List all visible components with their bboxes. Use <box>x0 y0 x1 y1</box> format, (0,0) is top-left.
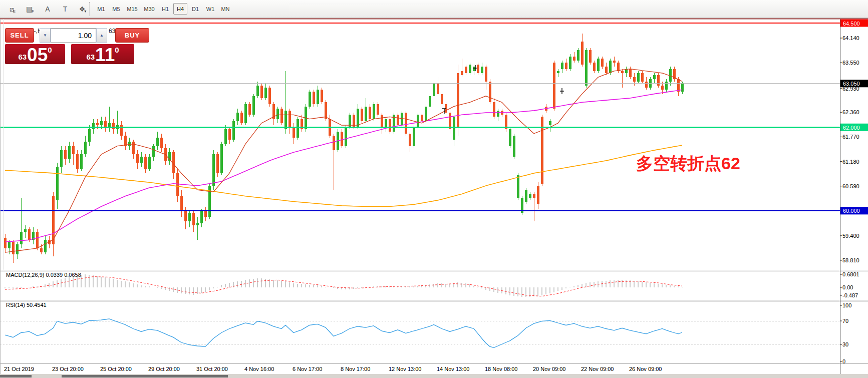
candle <box>441 92 443 106</box>
buy-price-tile[interactable]: 63110 <box>71 44 134 64</box>
sell-button[interactable]: SELL <box>5 28 34 43</box>
price-scale-label: 64.140 <box>842 35 859 41</box>
price-badge-text: 60.000 <box>843 208 860 214</box>
candle <box>513 134 515 159</box>
equidistant-channel-icon[interactable]: ⧄E <box>6 3 19 16</box>
candle <box>377 102 379 117</box>
axis-date-label: 14 Nov 13:00 <box>437 366 469 372</box>
axis-date-label: 6 Nov 17:00 <box>293 366 322 372</box>
scrollbar-segment[interactable] <box>0 375 32 377</box>
candle <box>361 107 363 123</box>
buy-button[interactable]: BUY <box>115 28 149 43</box>
sell-price-tile[interactable]: 63050 <box>5 44 65 64</box>
candle <box>597 57 600 73</box>
timeframe-d1[interactable]: D1 <box>188 3 202 15</box>
price-scale-label: 60.590 <box>842 183 859 189</box>
timeframe-m15[interactable]: M15 <box>124 3 140 15</box>
volume-input[interactable] <box>51 28 96 43</box>
axis-date-label: 25 Oct 20:00 <box>100 366 132 372</box>
text-label-icon[interactable]: A <box>41 3 54 16</box>
rsi-scale-label: 0 <box>842 358 845 364</box>
volume-decrease-button[interactable]: ▼ <box>40 28 51 43</box>
rsi-label: RSI(14) 50.4541 <box>6 302 47 308</box>
chart-background <box>0 18 868 378</box>
sell-price-small: 63 <box>18 53 27 61</box>
axis-date-label: 26 Nov 09:00 <box>629 366 662 372</box>
annotation-text[interactable]: 多空转折点62 <box>636 154 740 173</box>
axis-date-label: 4 Nov 16:00 <box>244 366 274 372</box>
macd-label: MACD(12,26,9) 0.0339 0.0658 <box>6 272 81 278</box>
axis-date-label: 31 Oct 20:00 <box>196 366 228 372</box>
bottom-strip <box>0 374 868 378</box>
candle <box>321 88 323 104</box>
price-badge-60.000: 60.000 <box>840 207 868 214</box>
timeframe-w1[interactable]: W1 <box>203 3 217 15</box>
candle <box>280 107 283 125</box>
price-badge-63.050: 63.050 <box>840 80 868 87</box>
candle <box>373 102 375 121</box>
candle <box>569 54 571 71</box>
rsi-scale-label: 30 <box>842 341 848 347</box>
axis-date-label: 29 Oct 20:00 <box>148 366 180 372</box>
candle <box>220 142 223 175</box>
candle <box>589 48 592 65</box>
rsi-scale-label: 70 <box>842 318 848 324</box>
price-scale-label: 58.810 <box>842 257 859 263</box>
axis-date-label: 12 Nov 13:00 <box>389 366 421 372</box>
timeframe-m30[interactable]: M30 <box>141 3 157 15</box>
timeframe-m5[interactable]: M5 <box>109 3 123 15</box>
price-scale-label: 63.550 <box>842 60 859 66</box>
axis-date-label: 20 Nov 09:00 <box>533 366 565 372</box>
candle <box>325 100 327 121</box>
candle <box>232 119 235 142</box>
axis-date-label: 23 Oct 20:00 <box>52 366 84 372</box>
candle <box>397 113 399 127</box>
price-scale-label: 59.400 <box>842 233 859 239</box>
rsi-scale-label: 100 <box>842 302 851 308</box>
shapes-dropdown-icon[interactable]: ❖▾ <box>76 3 89 16</box>
price-scale-label: 61.770 <box>842 134 859 140</box>
price-badge-64.500: 64.500 <box>840 20 868 27</box>
candle <box>525 188 527 204</box>
candle <box>393 113 395 134</box>
candle <box>553 61 555 111</box>
timeframe-mn[interactable]: MN <box>218 3 232 15</box>
timeframe-h4[interactable]: H4 <box>173 3 187 15</box>
price-scale-label: 62.360 <box>842 109 859 115</box>
axis-date-label: 22 Nov 09:00 <box>581 366 614 372</box>
macd-scale-label: -0.487 <box>842 292 858 298</box>
candle <box>260 84 263 100</box>
price-badge-text: 62.000 <box>843 125 860 131</box>
fibonacci-lines-icon[interactable]: ▤F <box>24 3 37 16</box>
candle <box>148 154 151 171</box>
timeframe-m1[interactable]: M1 <box>94 3 108 15</box>
candle <box>577 48 580 63</box>
candle <box>505 113 507 131</box>
mt4-window: 多空转折点6264.14063.55062.93062.36061.77061.… <box>0 0 868 378</box>
price-badge-text: 63.050 <box>843 81 860 87</box>
candle <box>268 86 271 107</box>
axis-date-label: 18 Nov 08:00 <box>485 366 517 372</box>
buy-price-sup: 0 <box>115 46 119 54</box>
macd-scale-label: 0.00 <box>842 284 853 290</box>
buy-price-small: 63 <box>86 53 95 61</box>
scrollbar-thumb[interactable] <box>62 375 228 377</box>
timeframe-h1[interactable]: H1 <box>158 3 172 15</box>
candle <box>341 129 343 148</box>
candle <box>413 125 415 148</box>
candle <box>405 111 407 136</box>
candle <box>457 65 459 136</box>
candle <box>244 102 247 125</box>
text-box-icon[interactable]: T <box>59 3 72 16</box>
candle <box>429 94 431 109</box>
candle <box>509 127 511 148</box>
candle <box>541 115 543 186</box>
volume-increase-button[interactable]: ▲ <box>96 28 107 43</box>
candle <box>345 125 347 148</box>
candle <box>297 117 299 140</box>
candle <box>657 73 660 88</box>
candle <box>369 104 371 121</box>
candle <box>240 111 243 125</box>
candle <box>212 150 215 190</box>
candle <box>489 79 491 104</box>
